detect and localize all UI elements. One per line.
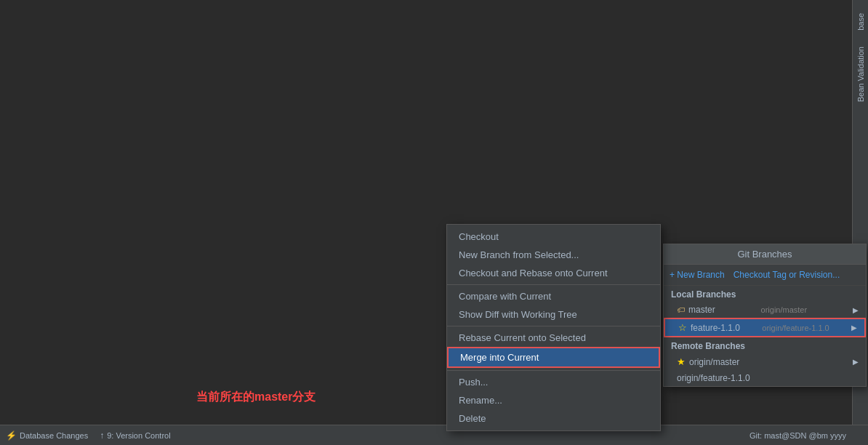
git-branches-panel: Git Branches + New Branch Checkout Tag o…: [663, 244, 867, 387]
menu-separator-1: [447, 284, 660, 285]
remote-branches-header: Remote Branches: [664, 337, 866, 353]
branch-master-name: 🏷 master: [677, 305, 715, 315]
star-icon-origin-master: ★: [677, 356, 686, 367]
menu-compare[interactable]: Compare with Current: [447, 287, 660, 305]
checkout-tag-button[interactable]: Checkout Tag or Revision...: [734, 268, 840, 282]
menu-new-branch[interactable]: New Branch from Selected...: [447, 246, 660, 264]
branch-feature-1-1-0[interactable]: ☆ feature-1.1.0 origin/feature-1.1.0 ▶: [664, 318, 866, 337]
menu-show-diff[interactable]: Show Diff with Working Tree: [447, 305, 660, 324]
menu-rename[interactable]: Rename...: [447, 391, 660, 409]
version-control-item[interactable]: ↑ 9: Version Control: [100, 430, 170, 441]
version-control-label: 9: Version Control: [107, 431, 170, 440]
menu-checkout[interactable]: Checkout: [447, 228, 660, 246]
database-changes-item[interactable]: ⚡ Database Changes: [6, 430, 88, 441]
status-bar: ⚡ Database Changes ↑ 9: Version Control …: [0, 425, 868, 445]
main-area: base Bean Validation Checkout New Branch…: [0, 0, 868, 445]
database-changes-label: Database Changes: [20, 431, 88, 440]
menu-delete[interactable]: Delete: [447, 409, 660, 428]
master-remote: origin/master: [761, 305, 808, 314]
sidebar-tab-base[interactable]: base: [854, 7, 867, 36]
version-control-icon: ↑: [100, 430, 104, 441]
menu-push[interactable]: Push...: [447, 373, 660, 391]
master-label: master: [688, 305, 715, 315]
origin-master-arrow: ▶: [853, 358, 859, 366]
sidebar-tab-bean-validation[interactable]: Bean Validation: [854, 41, 867, 108]
git-branches-actions: + New Branch Checkout Tag or Revision...: [664, 265, 866, 286]
menu-rebase[interactable]: Rebase Current onto Selected: [447, 329, 660, 347]
feature-branch-name: ☆ feature-1.1.0: [678, 322, 740, 333]
menu-checkout-rebase[interactable]: Checkout and Rebase onto Current: [447, 264, 660, 282]
star-icon-feature: ☆: [678, 322, 687, 333]
menu-separator-2: [447, 326, 660, 326]
git-status: Git: mast@SDN @bm yyyy: [750, 431, 846, 440]
feature-label: feature-1.1.0: [691, 323, 740, 333]
git-branches-title: Git Branches: [664, 244, 866, 265]
origin-master-label: origin/master: [689, 357, 739, 367]
feature-remote: origin/feature-1.1.0: [762, 324, 829, 332]
local-branches-header: Local Branches: [664, 286, 866, 302]
feature-arrow: ▶: [851, 324, 857, 332]
origin-feature-label: origin/feature-1.1.0: [677, 373, 750, 383]
tag-icon: 🏷: [677, 305, 685, 314]
branch-master[interactable]: 🏷 master origin/master ▶: [664, 302, 866, 318]
new-branch-button[interactable]: + New Branch: [670, 268, 725, 282]
chinese-annotation: 当前所在的master分支: [196, 390, 316, 405]
menu-separator-3: [447, 370, 660, 371]
origin-feature-name: origin/feature-1.1.0: [677, 373, 750, 383]
master-arrow: ▶: [853, 306, 859, 314]
branch-origin-feature[interactable]: origin/feature-1.1.0: [664, 370, 866, 386]
menu-merge[interactable]: Merge into Current: [447, 347, 660, 368]
database-icon: ⚡: [6, 430, 17, 441]
origin-master-name: ★ origin/master: [677, 356, 739, 367]
branch-origin-master[interactable]: ★ origin/master ▶: [664, 353, 866, 370]
context-menu: Checkout New Branch from Selected... Che…: [446, 224, 661, 431]
